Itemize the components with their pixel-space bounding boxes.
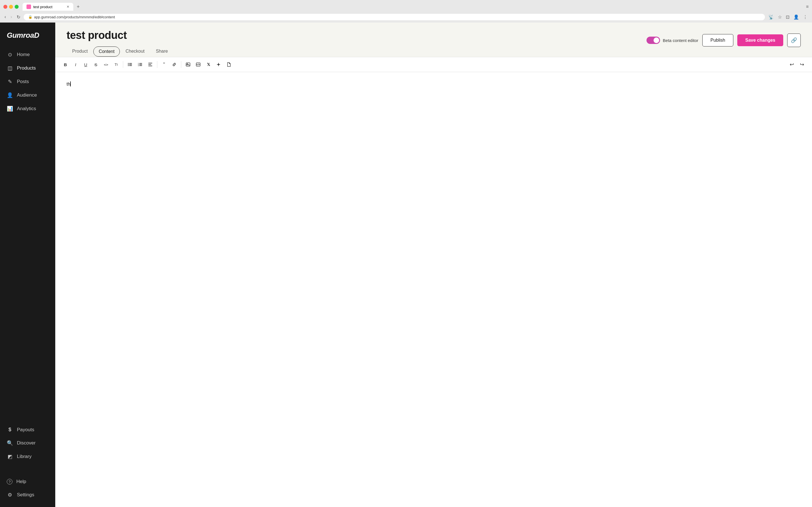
sidebar-item-discover[interactable]: 🔍 Discover	[0, 437, 55, 450]
sidebar-label-settings: Settings	[17, 492, 34, 498]
toolbar-sep-3	[181, 61, 181, 68]
new-tab-button[interactable]: +	[74, 4, 82, 10]
link-toolbar-icon	[172, 62, 176, 67]
minimize-traffic-light[interactable]	[9, 5, 13, 9]
sidebar: GumroaD ⊙ Home ◫ Products ✎ Posts 👤 Audi…	[0, 22, 55, 507]
strikethrough-button[interactable]: S	[91, 60, 100, 69]
file-button[interactable]	[224, 60, 233, 69]
app-layout: GumroaD ⊙ Home ◫ Products ✎ Posts 👤 Audi…	[0, 22, 812, 507]
refresh-button[interactable]: ↻	[15, 13, 21, 21]
embed-icon	[196, 62, 200, 67]
tab-bar: test product ✕ + ≡	[0, 0, 812, 11]
sidebar-item-analytics[interactable]: 📊 Analytics	[0, 102, 55, 115]
editor-content[interactable]: th	[66, 80, 801, 193]
sidebar-label-home: Home	[17, 52, 30, 57]
products-icon: ◫	[7, 65, 13, 71]
sparkle-icon	[216, 62, 221, 67]
menu-button[interactable]: ⋮	[802, 13, 809, 21]
code-button[interactable]: <>	[101, 60, 110, 69]
home-icon: ⊙	[7, 52, 13, 58]
heading-button[interactable]: Tt	[112, 60, 121, 69]
sidebar-item-library[interactable]: ◩ Library	[0, 450, 55, 463]
svg-point-0	[128, 63, 129, 64]
sparkle-button[interactable]	[214, 60, 223, 69]
payouts-icon: $	[7, 427, 13, 433]
library-icon: ◩	[7, 453, 13, 460]
bullet-list-button[interactable]	[125, 60, 135, 69]
cast-button[interactable]: 📡	[767, 13, 775, 21]
editor-area[interactable]: th	[55, 72, 812, 507]
italic-button[interactable]: I	[71, 60, 80, 69]
sidebar-item-payouts[interactable]: $ Payouts	[0, 424, 55, 436]
discover-icon: 🔍	[7, 440, 13, 446]
browser-actions: 📡 ☆ ⊡ 👤 ⋮	[767, 13, 809, 21]
sidebar-item-help[interactable]: ? Help	[0, 475, 55, 488]
text-cursor	[70, 81, 71, 87]
tab-checkout[interactable]: Checkout	[120, 46, 150, 57]
sidebar-label-help: Help	[16, 479, 26, 485]
back-button[interactable]: ‹	[3, 13, 7, 20]
sidebar-item-home[interactable]: ⊙ Home	[0, 48, 55, 61]
svg-line-18	[198, 64, 199, 65]
link-icon: 🔗	[791, 37, 797, 43]
sidebar-item-audience[interactable]: 👤 Audience	[0, 89, 55, 102]
maximize-traffic-light[interactable]	[15, 5, 18, 9]
numbered-list-icon: 1. 2. 3.	[138, 62, 142, 67]
beta-toggle-row: Beta content editor	[647, 37, 698, 44]
logo-text: GumroaD	[7, 31, 39, 40]
beta-label: Beta content editor	[663, 38, 698, 43]
tab-title: test product	[33, 5, 52, 9]
sidebar-label-library: Library	[17, 454, 32, 459]
browser-tab[interactable]: test product ✕	[22, 3, 73, 11]
tab-product[interactable]: Product	[66, 46, 93, 57]
sidebar-label-products: Products	[17, 65, 36, 71]
image-icon	[186, 62, 190, 67]
svg-rect-3	[129, 64, 132, 65]
toolbar-sep-2	[157, 61, 157, 68]
link-toolbar-button[interactable]	[170, 60, 179, 69]
traffic-lights	[3, 5, 18, 9]
beta-toggle[interactable]	[647, 37, 660, 44]
numbered-list-button[interactable]: 1. 2. 3.	[136, 60, 145, 69]
svg-point-4	[128, 65, 129, 66]
align-button[interactable]	[146, 60, 155, 69]
sidebar-item-settings[interactable]: ⚙ Settings	[0, 489, 55, 501]
close-traffic-light[interactable]	[3, 5, 7, 9]
save-changes-button[interactable]: Save changes	[737, 34, 783, 46]
tab-content[interactable]: Content	[93, 47, 120, 57]
url-text: app.gumroad.com/products/mmmmd/edit#cont…	[34, 15, 115, 19]
tabs-row: Product Content Checkout Share	[66, 46, 173, 57]
embed-button[interactable]	[194, 60, 203, 69]
sidebar-item-posts[interactable]: ✎ Posts	[0, 75, 55, 88]
sidebar-label-analytics: Analytics	[17, 106, 36, 112]
sidebar-mid-spacer	[0, 464, 55, 475]
browser-chrome: test product ✕ + ≡ ‹ › ↻ 🔒 app.gumroad.c…	[0, 0, 812, 22]
address-bar[interactable]: 🔒 app.gumroad.com/products/mmmmd/edit#co…	[24, 14, 765, 20]
redo-button[interactable]: ↪	[797, 60, 806, 69]
link-button[interactable]: 🔗	[787, 34, 801, 47]
toolbar-sep-1	[123, 61, 123, 68]
header-left: test product Product Content Checkout Sh…	[66, 29, 173, 57]
tab-share[interactable]: Share	[150, 46, 174, 57]
svg-rect-5	[129, 65, 132, 66]
tab-more-button[interactable]: ≡	[806, 4, 809, 9]
extensions-button[interactable]: ⊡	[784, 13, 791, 21]
forward-button[interactable]: ›	[9, 13, 13, 20]
twitter-button[interactable]: 𝕏	[204, 60, 213, 69]
bold-button[interactable]: B	[61, 60, 70, 69]
image-button[interactable]	[184, 60, 193, 69]
blockquote-button[interactable]: "	[160, 60, 168, 69]
toolbar-undo-redo: ↩ ↪	[787, 60, 806, 69]
bookmark-button[interactable]: ☆	[777, 13, 783, 21]
publish-button[interactable]: Publish	[702, 34, 733, 47]
address-bar-row: ‹ › ↻ 🔒 app.gumroad.com/products/mmmmd/e…	[0, 11, 812, 22]
svg-point-2	[128, 64, 129, 65]
sidebar-label-audience: Audience	[17, 93, 37, 98]
tab-close-button[interactable]: ✕	[66, 5, 69, 9]
underline-button[interactable]: U	[81, 60, 90, 69]
sidebar-item-products[interactable]: ◫ Products	[0, 62, 55, 75]
editor-toolbar: B I U S <> Tt 1. 2. 3.	[55, 57, 812, 72]
svg-rect-14	[148, 66, 152, 66]
profile-button[interactable]: 👤	[792, 13, 800, 21]
undo-button[interactable]: ↩	[787, 60, 796, 69]
